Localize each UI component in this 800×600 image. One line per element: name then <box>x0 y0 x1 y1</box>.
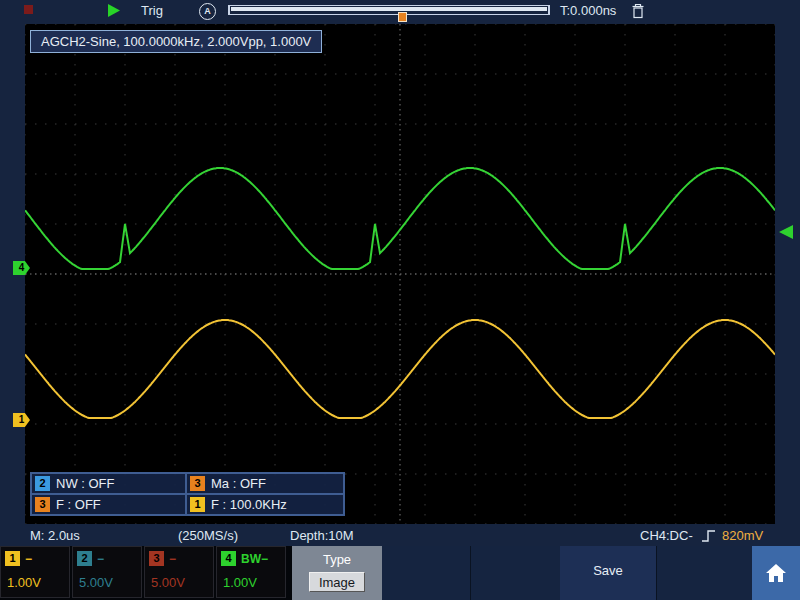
channel-2-badge: 2 <box>77 551 92 566</box>
home-icon <box>765 563 787 583</box>
channel-4-menu[interactable]: 4BW−1.00V <box>216 546 286 598</box>
status-bar: M: 2.0us (250MS/s) Depth:10M CH4:DC- 820… <box>0 526 800 546</box>
channel-2-scale: 5.00V <box>79 575 113 590</box>
channel-1-coupling: − <box>25 552 32 566</box>
channel-4-scale: 1.00V <box>223 575 257 590</box>
ch1-ground-marker-label: 1 <box>19 414 25 425</box>
menu-divider <box>470 546 471 600</box>
measurement-cell: 2NW : OFF <box>31 473 186 494</box>
channel-3-badge: 3 <box>149 551 164 566</box>
time-offset-label: T:0.000ns <box>560 3 616 18</box>
measurement-label: Ma : OFF <box>211 476 266 491</box>
oscilloscope-screen: Trig A T:0.000ns AGCH2-Sine, 100.0000kHz… <box>0 0 800 600</box>
measurement-cell: 3Ma : OFF <box>186 473 344 494</box>
channel-1-menu[interactable]: 1−1.00V <box>0 546 70 598</box>
channel-3-coupling: − <box>169 552 176 566</box>
channel-number-chip: 1 <box>190 497 205 512</box>
ch4-sine-trace <box>25 168 775 269</box>
trigger-position-marker[interactable] <box>399 13 406 21</box>
type-value-button[interactable]: Image <box>309 572 365 592</box>
type-menu-panel[interactable]: Type Image <box>292 546 382 600</box>
save-button[interactable]: Save <box>560 546 656 600</box>
channel-3-menu[interactable]: 3−5.00V <box>144 546 214 598</box>
channel-2-menu[interactable]: 2−5.00V <box>72 546 142 598</box>
trigger-level-marker[interactable] <box>779 225 793 239</box>
ch4-ground-marker-label: 4 <box>19 262 25 273</box>
auto-mode-letter: A <box>204 6 211 16</box>
record-indicator-icon <box>24 5 33 14</box>
bottom-menu: 1−1.00V2−5.00V3−5.00V4BW−1.00V Type Imag… <box>0 546 800 600</box>
timebase-label: M: 2.0us <box>30 528 80 543</box>
trigger-status-label: Trig <box>141 3 163 18</box>
channel-1-badge: 1 <box>5 551 20 566</box>
channel-number-chip: 3 <box>35 497 50 512</box>
channel-status-strip: 1−1.00V2−5.00V3−5.00V4BW−1.00V <box>0 546 286 600</box>
channel-number-chip: 3 <box>190 476 205 491</box>
channel-1-scale: 1.00V <box>7 575 41 590</box>
channel-2-coupling: − <box>97 552 104 566</box>
memory-depth-label: Depth:10M <box>290 528 354 543</box>
run-trigger-icon <box>108 4 120 17</box>
sample-rate-label: (250MS/s) <box>178 528 238 543</box>
memory-position-bar[interactable] <box>228 5 550 15</box>
channel-number-chip: 2 <box>35 476 50 491</box>
type-label: Type <box>292 552 382 567</box>
waveform-display-area: AGCH2-Sine, 100.0000kHz, 2.000Vpp, 1.000… <box>25 24 775 524</box>
measurement-cell: 1F : 100.0KHz <box>186 494 344 515</box>
graticule-svg <box>25 24 775 524</box>
trigger-level-label: 820mV <box>722 528 763 543</box>
measurement-label: NW : OFF <box>56 476 115 491</box>
rising-edge-icon <box>702 529 716 543</box>
auto-mode-icon: A <box>199 3 216 20</box>
top-bar: Trig A T:0.000ns <box>0 0 800 22</box>
signal-info-badge: AGCH2-Sine, 100.0000kHz, 2.000Vpp, 1.000… <box>30 30 322 53</box>
measurement-cell: 3F : OFF <box>31 494 186 515</box>
channel-3-scale: 5.00V <box>151 575 185 590</box>
trash-icon[interactable] <box>631 3 645 19</box>
channel-4-coupling: BW− <box>241 552 268 566</box>
trigger-source-label: CH4:DC- <box>640 528 693 543</box>
measurement-label: F : 100.0KHz <box>211 497 287 512</box>
home-button[interactable] <box>752 546 800 600</box>
measurement-label: F : OFF <box>56 497 101 512</box>
menu-divider <box>656 546 657 600</box>
channel-4-badge: 4 <box>221 551 236 566</box>
measurement-overlay: 2NW : OFF3Ma : OFF3F : OFF1F : 100.0KHz <box>30 472 345 516</box>
